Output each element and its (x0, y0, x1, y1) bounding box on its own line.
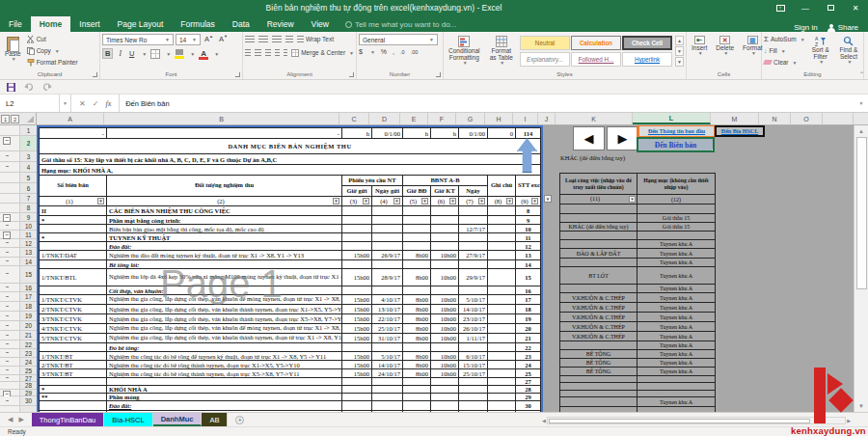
tab-file[interactable]: File (0, 16, 31, 32)
cell-C13[interactable]: 15h00 (342, 251, 372, 260)
decrease-font-button[interactable]: A▼ (217, 34, 230, 45)
row-header-12[interactable]: 12 (0, 239, 37, 248)
row-header-24[interactable]: 24 (0, 358, 37, 367)
cell-H29[interactable] (488, 394, 516, 401)
cell-D29[interactable] (372, 394, 403, 401)
cell-I24[interactable]: 24 (516, 361, 541, 369)
cell-G9[interactable] (459, 216, 488, 225)
cell-I9[interactable]: 9 (516, 216, 541, 225)
font-size-select[interactable]: 14▼ (176, 34, 201, 45)
row-header-4[interactable]: 4 (0, 162, 37, 173)
cell-I16[interactable]: 16 (516, 286, 541, 295)
nav-prev-button[interactable]: ◀ (573, 126, 605, 150)
cell-G8[interactable] (459, 206, 488, 216)
cell-D28[interactable] (372, 386, 403, 394)
formula-input[interactable]: Đến Biên bản (120, 95, 854, 112)
cell-C11[interactable] (342, 233, 372, 242)
cell-L22[interactable]: Tuynen khu A (637, 341, 716, 350)
horizontal-scrollbar[interactable]: ◀ ▶ (542, 416, 851, 424)
column-header-G[interactable]: G (456, 113, 485, 124)
cell-B18[interactable]: Nghiệm thu gia công, lắp dựng cốt thép, … (107, 305, 342, 314)
fill-color-icon[interactable] (175, 49, 184, 59)
cell-E10[interactable] (403, 225, 431, 233)
cell-H20[interactable] (488, 324, 516, 334)
column-header-A[interactable]: A (37, 113, 104, 124)
cell-D20[interactable]: 25/10/17 (372, 324, 403, 334)
header-bbnt[interactable]: BBNT A-B (403, 176, 488, 186)
cell-A9[interactable]: * (40, 216, 107, 225)
cell-G12[interactable] (459, 242, 488, 251)
column-header-E[interactable]: E (400, 113, 428, 124)
vertical-scroll-thumb[interactable] (856, 137, 867, 289)
cell-B1[interactable]: - (107, 128, 342, 139)
cell-A24[interactable]: 2/TNKT/BT (40, 361, 107, 369)
cell-G18[interactable]: 14/10/17 (459, 305, 488, 314)
cell-L24[interactable]: Tuynen khu A (637, 359, 716, 368)
decrease-decimal-button[interactable]: .00 (411, 49, 419, 55)
cell-I22[interactable]: 22 (516, 343, 541, 352)
cell-D1[interactable]: 0/1/00 (372, 128, 403, 139)
cell-I13[interactable]: 13 (516, 251, 541, 260)
cell-I10[interactable]: 10 (516, 225, 541, 233)
cell-K27[interactable] (560, 376, 637, 383)
cell-F28[interactable] (431, 386, 459, 394)
cell-G22[interactable] (459, 343, 488, 352)
cell-G28[interactable] (459, 386, 488, 394)
cell-G1[interactable]: 0/1/00 (459, 128, 488, 139)
cell-A28[interactable]: * (40, 386, 107, 394)
header-gio-kt[interactable]: Giờ KT (431, 186, 459, 197)
number-dialog-launcher[interactable] (436, 72, 441, 77)
cell-I30[interactable]: 30 (516, 401, 541, 411)
delete-cells-button[interactable]: ✕ Delete ▼ (713, 34, 737, 70)
cell-B28[interactable]: KHỐI NHÀ A (107, 386, 342, 394)
scroll-left-icon[interactable]: ◀ (542, 418, 546, 423)
new-sheet-button[interactable]: + (228, 413, 252, 426)
cell-H16[interactable] (488, 286, 516, 295)
filter-dropdown-icon[interactable]: ▼ (449, 198, 456, 204)
share-button[interactable]: Share (827, 23, 858, 32)
cell-H1[interactable]: 0 (488, 128, 516, 139)
style-check-cell[interactable]: Check Cell (622, 36, 672, 50)
cell-D14[interactable] (372, 260, 403, 269)
tab-data[interactable]: Data (224, 16, 258, 32)
cell-B8[interactable]: CÁC BIÊN BẢN NHIỆM THU CÔNG VIỆC (107, 206, 342, 216)
cell-F23[interactable]: 10h00 (431, 352, 459, 361)
merge-center-button[interactable]: Merge & Center▼ (291, 47, 354, 58)
grid-corner[interactable]: 1 2 (0, 113, 37, 124)
cell-L10[interactable]: Gói thầu 15 (637, 223, 716, 232)
cell-A27[interactable] (40, 378, 107, 386)
align-top-icon[interactable] (245, 36, 255, 43)
side-header-loai-cong-viec[interactable]: Loại công việc (nhập vào để truy xuất ti… (560, 174, 637, 195)
header-num-5[interactable]: (5)▼ (403, 197, 431, 206)
formula-bar-expand[interactable]: ▼ (854, 95, 868, 112)
increase-indent-icon[interactable] (284, 49, 287, 57)
scroll-right-icon[interactable]: ▶ (847, 418, 851, 423)
cell-A8[interactable]: II (40, 206, 107, 216)
row-header-13[interactable]: 13 (0, 248, 37, 258)
cell-I18[interactable]: 18 (516, 305, 541, 314)
cell-H22[interactable] (488, 343, 516, 352)
style-explanatory[interactable]: Explanatory... (520, 52, 570, 67)
cell-D30[interactable] (372, 401, 403, 411)
cell-L9[interactable]: Gói thầu 15 (637, 214, 716, 223)
format-painter-button[interactable]: Format Painter (27, 57, 78, 68)
cell-D19[interactable]: 22/10/17 (372, 314, 403, 324)
header-ghi-chu[interactable]: Ghi chú (488, 176, 516, 197)
header-num-3[interactable]: (3)▼ (342, 197, 372, 206)
horizontal-scroll-thumb[interactable] (549, 419, 810, 423)
cell-C17[interactable]: 15h00 (342, 295, 372, 305)
minimize-button[interactable]: — (793, 0, 818, 15)
vertical-scrollbar[interactable]: ▲ ▼ (854, 125, 868, 412)
filter-dropdown-icon[interactable]: ▼ (629, 196, 636, 203)
filter-dropdown-icon[interactable]: ▼ (97, 198, 104, 204)
number-format-select[interactable]: General▼ (359, 34, 438, 45)
filter-dropdown-icon[interactable]: ▼ (506, 198, 513, 204)
cell-D8[interactable] (372, 206, 403, 216)
row-header-1[interactable]: 1 (0, 125, 37, 136)
cell-K14[interactable] (560, 259, 637, 267)
cell-K9[interactable] (560, 214, 637, 223)
cell-I21[interactable]: 21 (516, 334, 541, 343)
cell-A10[interactable] (40, 225, 107, 233)
cell-G11[interactable] (459, 233, 488, 242)
cell-I29[interactable]: 29 (516, 394, 541, 401)
